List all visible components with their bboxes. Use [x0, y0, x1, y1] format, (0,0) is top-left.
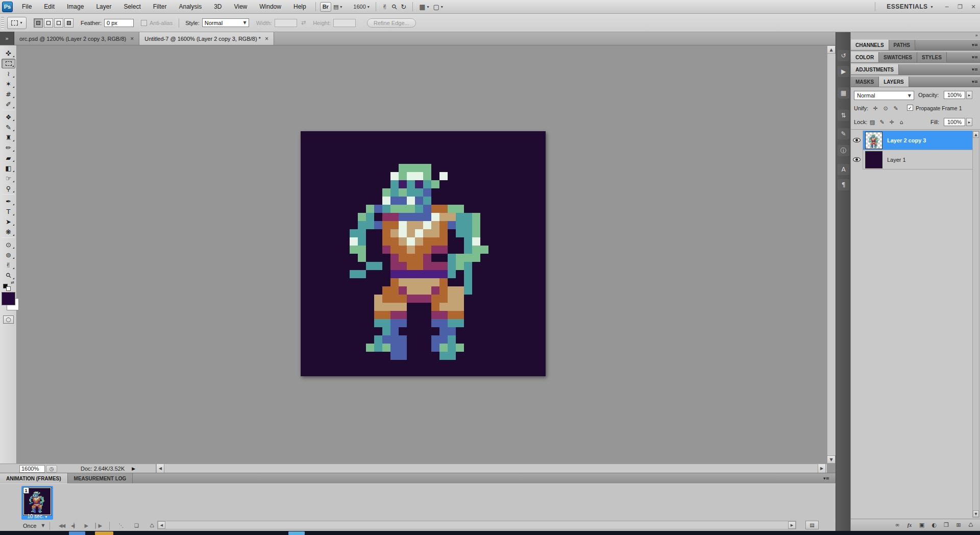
menu-edit[interactable]: Edit [39, 2, 60, 12]
scroll-right-arrow[interactable]: ▶ [818, 464, 826, 473]
default-colors-icon[interactable]: ⇄ [3, 282, 13, 290]
scroll-up-arrow[interactable]: ▲ [973, 131, 979, 138]
rectangular-marquee-tool[interactable] [2, 59, 15, 68]
character-icon[interactable]: A [838, 164, 849, 175]
animation-frame-1[interactable]: 1 10 sec. ▾ [21, 486, 53, 520]
tab-animation-frames[interactable]: ANIMATION (FRAMES) [0, 473, 68, 483]
unify-position-icon[interactable]: ✛ [871, 104, 879, 112]
opacity-spinner[interactable]: ▸ [966, 91, 972, 99]
blend-mode-dropdown[interactable]: Normal ▼ [854, 91, 914, 100]
panel-menu-icon[interactable]: ▾≡ [972, 55, 978, 60]
tween-button[interactable]: ⋱ [115, 521, 127, 530]
panel-menu-icon[interactable]: ▾≡ [972, 42, 978, 47]
smudge-tool[interactable]: ☞ [2, 174, 15, 183]
menu-help[interactable]: Help [288, 2, 311, 12]
menu-window[interactable]: Window [254, 2, 286, 12]
dock-collapse-button[interactable]: » [975, 33, 978, 38]
taskbar-app-button[interactable] [95, 531, 113, 535]
scroll-down-arrow[interactable]: ▼ [827, 455, 836, 464]
unify-visibility-icon[interactable]: ⊙ [881, 104, 890, 112]
document-tab-untitled7[interactable]: Untitled-7 @ 1600% (Layer 2 copy 3, RGB/… [139, 32, 274, 45]
frame-duration-dropdown[interactable]: 10 sec. ▾ [21, 514, 53, 519]
lasso-tool[interactable]: ≀ [2, 69, 15, 79]
zoom-percentage-input[interactable]: 1600% [19, 465, 45, 473]
panel-menu-icon[interactable]: ▾≡ [972, 67, 978, 72]
add-layer-mask-button[interactable]: ▣ [917, 521, 926, 529]
eraser-tool[interactable]: ▰ [2, 153, 15, 163]
feather-input[interactable]: 0 px [104, 19, 134, 27]
layer-comps-icon[interactable]: ▶ [838, 66, 849, 77]
link-layers-button[interactable]: ∞ [893, 521, 902, 529]
delete-layer-button[interactable]: ♺ [966, 521, 975, 529]
propagate-frame-checkbox[interactable]: ✓ [907, 105, 913, 111]
close-tab-icon[interactable]: × [265, 35, 268, 42]
document-tab-orc[interactable]: orc.psd @ 1200% (Layer 2 copy 3, RGB/8) … [14, 32, 139, 45]
antialias-checkbox[interactable] [141, 20, 147, 26]
restore-button[interactable]: ❐ [953, 2, 967, 11]
scroll-left-arrow[interactable]: ◀ [156, 464, 164, 473]
gradient-tool[interactable]: ◧ [2, 163, 15, 173]
visibility-toggle[interactable] [851, 131, 863, 150]
swap-colors-icon[interactable]: ⇄ [11, 280, 14, 285]
new-group-button[interactable]: ❒ [942, 521, 951, 529]
add-to-selection-button[interactable] [44, 18, 53, 28]
tab-layers[interactable]: LAYERS [879, 77, 909, 87]
lock-pixels-icon[interactable]: ✎ [878, 118, 886, 126]
status-options-arrow[interactable]: ▶ [132, 466, 135, 471]
new-adjustment-layer-button[interactable]: ◐ [929, 521, 939, 529]
tool-preset-picker[interactable]: ▾ [7, 17, 27, 29]
first-frame-button[interactable]: ◀◀ [55, 521, 67, 530]
arrange-documents-button[interactable]: ▦ ▾ [417, 2, 431, 12]
layer-row[interactable]: Layer 1 [851, 150, 972, 169]
workspace-switcher[interactable]: ESSENTIALS ▾ [879, 3, 940, 10]
unify-style-icon[interactable]: ✎ [892, 104, 900, 112]
spot-healing-brush-tool[interactable]: ❖ [2, 112, 15, 122]
subtract-from-selection-button[interactable] [54, 18, 63, 28]
menu-file[interactable]: File [17, 2, 37, 12]
clone-stamp-tool[interactable]: ♜ [2, 133, 15, 142]
height-input[interactable] [333, 19, 356, 27]
vertical-scrollbar[interactable]: ▲ ▼ [827, 45, 836, 464]
zoom-level-dropdown[interactable]: 1600 ▾ [351, 3, 372, 11]
width-input[interactable] [275, 19, 297, 27]
menu-analysis[interactable]: Analysis [174, 2, 207, 12]
refine-edge-button[interactable]: Refine Edge... [367, 18, 416, 28]
paragraph-icon[interactable]: ¶ [838, 179, 849, 190]
delete-frame-button[interactable]: ♺ [145, 521, 158, 530]
panel-menu-icon[interactable]: ▾≡ [823, 476, 829, 481]
convert-to-timeline-button[interactable]: ▤ [805, 521, 819, 529]
mini-bridge-button[interactable]: ▤ ▾ [331, 3, 344, 11]
type-tool[interactable]: T [2, 207, 15, 216]
3d-rotate-tool[interactable]: ⊙ [2, 240, 15, 250]
tab-measurement-log[interactable]: MEASUREMENT LOG [68, 473, 133, 483]
tab-paths[interactable]: PATHS [889, 40, 915, 50]
crop-tool[interactable]: # [2, 89, 15, 99]
toolbox-collapse-button[interactable]: » [0, 32, 14, 45]
dodge-tool[interactable]: ⚲ [2, 184, 15, 193]
hand-tool[interactable]: ✌ [2, 260, 15, 270]
layer-style-button[interactable]: fx [905, 521, 914, 529]
menu-select[interactable]: Select [118, 2, 145, 12]
proof-icon[interactable]: ◷ [46, 465, 57, 473]
animation-scrollbar[interactable]: ◀ ▶ [157, 521, 796, 529]
custom-shape-tool[interactable]: ❋ [2, 227, 15, 237]
3d-orbit-tool[interactable]: ⊚ [2, 250, 15, 260]
swap-dimensions-icon[interactable]: ⇄ [301, 19, 306, 26]
screen-mode-button[interactable]: ▢ ▾ [431, 2, 445, 12]
menu-3d[interactable]: 3D [209, 2, 227, 12]
eyedropper-tool[interactable]: ✐ [2, 100, 15, 109]
new-selection-button[interactable] [34, 18, 43, 28]
navigator-icon[interactable]: ⇅ [838, 110, 849, 121]
styles-icon[interactable]: ✎ [838, 128, 849, 139]
magic-wand-tool[interactable]: ✶ [2, 79, 15, 89]
scroll-up-arrow[interactable]: ▲ [827, 45, 836, 54]
history-icon[interactable]: ↺ [838, 50, 849, 61]
scroll-right-arrow[interactable]: ▶ [788, 521, 796, 529]
lock-position-icon[interactable]: ✛ [888, 118, 896, 126]
layer-row[interactable]: Layer 2 copy 3 [851, 131, 972, 150]
lock-transparency-icon[interactable]: ▨ [868, 118, 876, 126]
fill-input[interactable]: 100% [944, 118, 965, 126]
loop-mode-dropdown[interactable]: Once ▼ [23, 523, 44, 529]
taskbar-app-button[interactable] [69, 531, 85, 535]
move-tool[interactable]: ✜ [2, 48, 15, 58]
